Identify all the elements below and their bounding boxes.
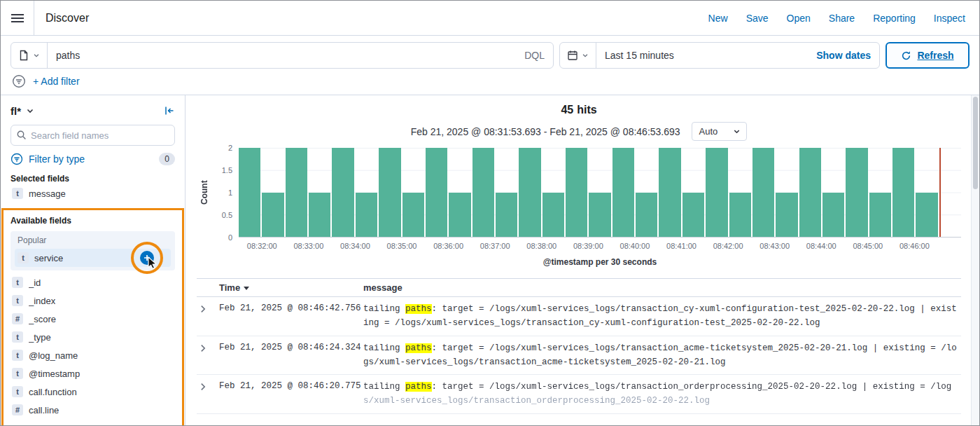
refresh-button[interactable]: Refresh [886,42,969,69]
histogram-bar[interactable] [566,148,587,237]
nav-link-reporting[interactable]: Reporting [873,13,916,24]
date-quick-select-button[interactable] [560,43,596,68]
histogram-bar[interactable] [799,148,821,237]
time-column-label: Time [219,282,240,293]
time-column-header[interactable]: Time [219,282,363,293]
histogram-bar[interactable] [682,193,704,238]
current-time-marker [939,148,941,237]
field-item-timestamp[interactable]: t @timestamp [10,364,175,383]
index-pattern-switcher[interactable]: fl* [10,105,34,117]
histogram-bar[interactable] [612,148,634,237]
histogram-bar[interactable] [379,148,400,237]
histogram-bars [239,148,938,237]
query-bar: paths DQL Last 15 minutes Show dates Ref… [1,36,979,74]
nav-link-save[interactable]: Save [746,13,769,24]
histogram-bar[interactable] [892,148,914,237]
field-item-message[interactable]: t message [10,184,175,202]
show-dates-link[interactable]: Show dates [816,50,871,61]
interval-select[interactable]: Auto [692,122,748,141]
x-axis-tick-label: 08:45:00 [853,242,883,250]
histogram-bar[interactable] [846,148,867,237]
expand-row-button[interactable] [198,302,219,314]
histogram-bar[interactable] [752,148,774,237]
histogram-bar[interactable] [426,148,447,237]
saved-query-icon [18,50,29,61]
field-item-index[interactable]: t _index [10,291,175,310]
field-item-call-line[interactable]: # call.line [10,401,175,419]
histogram-bar[interactable] [239,148,260,237]
search-icon [16,130,27,141]
histogram-bar[interactable] [706,148,727,237]
histogram-bar[interactable] [402,193,424,238]
menu-button[interactable] [1,1,34,35]
histogram-bar[interactable] [496,193,517,238]
histogram-bar[interactable] [262,193,284,238]
row-message: tailing paths: target = /logs/xuml-servi… [363,380,961,408]
sidebar-header: fl* [10,102,175,119]
field-item-log-name[interactable]: t @log_name [10,346,175,364]
row-time: Feb 21, 2025 @ 08:46:24.324 [219,341,363,352]
nav-link-new[interactable]: New [708,13,728,24]
histogram-bar[interactable] [356,193,377,238]
chevron-down-icon [582,52,589,59]
time-range-row: Feb 21, 2025 @ 08:31:53.693 - Feb 21, 20… [197,122,961,141]
field-type-icon: t [18,252,29,263]
plus-icon [144,254,150,261]
histogram-plot[interactable] [239,148,961,238]
chevron-right-icon [198,304,208,314]
histogram-bar[interactable] [472,148,494,237]
field-type-icon: t [12,295,23,306]
x-axis-tick-label: 08:39:00 [573,242,603,250]
histogram-bar[interactable] [916,193,937,238]
field-item-service[interactable]: t service [15,249,171,267]
x-axis-tick-label: 08:43:00 [760,242,790,250]
filter-by-type-label: Filter by type [29,153,85,165]
x-axis-title: @timestamp per 30 seconds [239,252,961,270]
nav-link-share[interactable]: Share [829,13,855,24]
query-input[interactable]: paths [48,43,516,68]
filter-by-type-button[interactable]: Filter by type 0 [10,151,175,167]
expand-row-button[interactable] [198,380,219,392]
histogram-bar[interactable] [542,193,564,238]
nav-link-inspect[interactable]: Inspect [934,13,965,24]
popular-heading: Popular [15,235,171,247]
field-item-call-function[interactable]: t call.function [10,383,175,401]
field-item-id[interactable]: t _id [10,273,175,291]
histogram-bar[interactable] [729,193,751,238]
histogram-bar[interactable] [519,148,540,237]
field-item-type[interactable]: t _type [10,328,175,346]
histogram-bar[interactable] [589,193,610,238]
nav-link-open[interactable]: Open [787,13,811,24]
popular-fields-group: Popular t service [10,231,175,270]
search-field-names-input[interactable] [10,125,175,146]
expand-row-button[interactable] [198,341,219,353]
collapse-sidebar-button[interactable] [164,105,175,116]
field-name: call.function [29,387,77,397]
histogram-bar[interactable] [636,193,657,238]
histogram-bar[interactable] [776,193,797,238]
filter-circle-icon [12,74,26,88]
hits-count: 45 [561,104,573,116]
filter-menu-button[interactable] [12,74,26,88]
field-item-score[interactable]: # _score [10,310,175,328]
time-range-display[interactable]: Last 15 minutes [605,50,674,61]
add-filter-link[interactable]: + Add filter [33,76,80,87]
vertical-scrollbar[interactable] [971,95,979,425]
discover-main: 45hits Feb 21, 2025 @ 08:31:53.693 - Feb… [186,95,971,425]
histogram-bar[interactable] [822,193,844,238]
add-field-button[interactable] [140,251,154,265]
query-language-button[interactable]: DQL [516,43,553,68]
histogram-bar[interactable] [309,193,330,238]
histogram-bar[interactable] [332,148,354,237]
filter-bar: + Add filter [1,74,979,95]
menu-icon [11,18,24,19]
histogram-bar[interactable] [869,193,891,238]
field-type-icon: t [12,188,23,199]
x-axis-tick-label: 08:38:00 [526,242,556,250]
scrollbar-thumb[interactable] [973,97,978,189]
table-row: Feb 21, 2025 @ 08:46:42.756 tailing path… [197,297,961,336]
histogram-bar[interactable] [449,193,470,238]
histogram-bar[interactable] [286,148,307,237]
histogram-bar[interactable] [659,148,680,237]
saved-query-menu-button[interactable] [11,43,48,68]
